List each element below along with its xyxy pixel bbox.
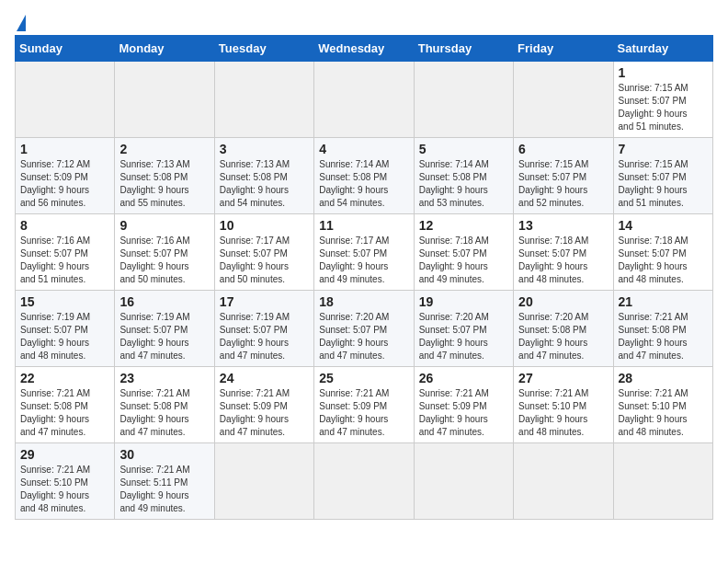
calendar-cell: [514, 62, 613, 138]
day-info: Sunrise: 7:20 AM Sunset: 5:07 PM Dayligh…: [319, 311, 408, 362]
calendar-cell: 10Sunrise: 7:17 AM Sunset: 5:07 PM Dayli…: [214, 214, 313, 291]
day-info: Sunrise: 7:17 AM Sunset: 5:07 PM Dayligh…: [220, 235, 309, 286]
calendar-cell: 25Sunrise: 7:21 AM Sunset: 5:09 PM Dayli…: [314, 367, 414, 443]
day-info: Sunrise: 7:19 AM Sunset: 5:07 PM Dayligh…: [220, 311, 309, 362]
day-info: Sunrise: 7:19 AM Sunset: 5:07 PM Dayligh…: [20, 311, 109, 362]
calendar-cell: 2Sunrise: 7:13 AM Sunset: 5:08 PM Daylig…: [115, 138, 214, 214]
calendar-cell: 1Sunrise: 7:12 AM Sunset: 5:09 PM Daylig…: [16, 138, 115, 214]
calendar-cell: 21Sunrise: 7:21 AM Sunset: 5:08 PM Dayli…: [613, 291, 712, 367]
day-number: 28: [619, 371, 708, 385]
day-number: 1: [619, 65, 708, 80]
day-info: Sunrise: 7:19 AM Sunset: 5:07 PM Dayligh…: [119, 311, 209, 362]
day-number: 24: [220, 371, 309, 385]
day-number: 9: [119, 218, 209, 233]
calendar-cell: 4Sunrise: 7:14 AM Sunset: 5:08 PM Daylig…: [314, 138, 414, 214]
day-number: 25: [319, 371, 408, 385]
calendar-header-sunday: Sunday: [16, 36, 115, 62]
calendar-cell: [214, 62, 313, 138]
day-info: Sunrise: 7:21 AM Sunset: 5:09 PM Dayligh…: [319, 387, 408, 439]
day-info: Sunrise: 7:15 AM Sunset: 5:07 PM Dayligh…: [619, 158, 708, 210]
logo-triangle-icon: [17, 15, 26, 31]
day-info: Sunrise: 7:20 AM Sunset: 5:08 PM Dayligh…: [518, 311, 608, 362]
calendar-cell: 20Sunrise: 7:20 AM Sunset: 5:08 PM Dayli…: [514, 291, 613, 367]
day-number: 22: [20, 371, 109, 385]
day-info: Sunrise: 7:21 AM Sunset: 5:10 PM Dayligh…: [518, 387, 608, 439]
calendar-cell: 11Sunrise: 7:17 AM Sunset: 5:07 PM Dayli…: [314, 214, 414, 291]
calendar-cell: 1Sunrise: 7:15 AM Sunset: 5:07 PM Daylig…: [613, 62, 712, 138]
calendar-cell: 19Sunrise: 7:20 AM Sunset: 5:07 PM Dayli…: [414, 291, 513, 367]
day-number: 15: [20, 294, 109, 309]
calendar-cell: 29Sunrise: 7:21 AM Sunset: 5:10 PM Dayli…: [16, 443, 115, 520]
day-info: Sunrise: 7:21 AM Sunset: 5:08 PM Dayligh…: [619, 311, 708, 362]
calendar-cell: 28Sunrise: 7:21 AM Sunset: 5:10 PM Dayli…: [613, 367, 712, 443]
calendar-cell: 30Sunrise: 7:21 AM Sunset: 5:11 PM Dayli…: [115, 443, 214, 520]
day-info: Sunrise: 7:12 AM Sunset: 5:09 PM Dayligh…: [20, 158, 109, 210]
calendar-header-wednesday: Wednesday: [314, 36, 414, 62]
calendar-table: SundayMondayTuesdayWednesdayThursdayFrid…: [15, 35, 713, 520]
day-number: 30: [119, 447, 209, 462]
page-header: [15, 15, 713, 28]
calendar-week-row: 1Sunrise: 7:12 AM Sunset: 5:09 PM Daylig…: [16, 138, 713, 214]
calendar-header-saturday: Saturday: [613, 36, 712, 62]
calendar-cell: 26Sunrise: 7:21 AM Sunset: 5:09 PM Dayli…: [414, 367, 513, 443]
day-number: 3: [220, 142, 309, 156]
day-number: 11: [319, 218, 408, 233]
calendar-header-thursday: Thursday: [414, 36, 513, 62]
calendar-cell: 14Sunrise: 7:18 AM Sunset: 5:07 PM Dayli…: [613, 214, 712, 291]
calendar-header-row: SundayMondayTuesdayWednesdayThursdayFrid…: [16, 36, 713, 62]
day-number: 14: [619, 218, 708, 233]
day-number: 16: [119, 294, 209, 309]
day-number: 5: [419, 142, 508, 156]
day-number: 10: [220, 218, 309, 233]
day-info: Sunrise: 7:20 AM Sunset: 5:07 PM Dayligh…: [419, 311, 508, 362]
day-info: Sunrise: 7:18 AM Sunset: 5:07 PM Dayligh…: [619, 235, 708, 286]
day-number: 20: [518, 294, 608, 309]
calendar-cell: 9Sunrise: 7:16 AM Sunset: 5:07 PM Daylig…: [115, 214, 214, 291]
day-number: 23: [119, 371, 209, 385]
day-info: Sunrise: 7:14 AM Sunset: 5:08 PM Dayligh…: [319, 158, 408, 210]
day-number: 26: [419, 371, 508, 385]
day-info: Sunrise: 7:21 AM Sunset: 5:10 PM Dayligh…: [20, 464, 109, 515]
day-info: Sunrise: 7:18 AM Sunset: 5:07 PM Dayligh…: [419, 235, 508, 286]
day-number: 2: [119, 142, 209, 156]
calendar-cell: 23Sunrise: 7:21 AM Sunset: 5:08 PM Dayli…: [115, 367, 214, 443]
day-info: Sunrise: 7:15 AM Sunset: 5:07 PM Dayligh…: [518, 158, 608, 210]
day-number: 13: [518, 218, 608, 233]
day-number: 1: [20, 142, 109, 156]
day-number: 19: [419, 294, 508, 309]
day-info: Sunrise: 7:18 AM Sunset: 5:07 PM Dayligh…: [518, 235, 608, 286]
calendar-week-row: 15Sunrise: 7:19 AM Sunset: 5:07 PM Dayli…: [16, 291, 713, 367]
calendar-week-row: 1Sunrise: 7:15 AM Sunset: 5:07 PM Daylig…: [16, 62, 713, 138]
day-number: 6: [518, 142, 608, 156]
calendar-cell: 18Sunrise: 7:20 AM Sunset: 5:07 PM Dayli…: [314, 291, 414, 367]
day-info: Sunrise: 7:21 AM Sunset: 5:08 PM Dayligh…: [119, 387, 209, 439]
day-number: 4: [319, 142, 408, 156]
calendar-cell: [314, 62, 414, 138]
calendar-cell: [16, 62, 115, 138]
logo: [15, 15, 26, 28]
day-number: 21: [619, 294, 708, 309]
calendar-cell: 8Sunrise: 7:16 AM Sunset: 5:07 PM Daylig…: [16, 214, 115, 291]
calendar-header-monday: Monday: [115, 36, 214, 62]
day-info: Sunrise: 7:21 AM Sunset: 5:11 PM Dayligh…: [119, 464, 209, 515]
calendar-week-row: 29Sunrise: 7:21 AM Sunset: 5:10 PM Dayli…: [16, 443, 713, 520]
day-info: Sunrise: 7:13 AM Sunset: 5:08 PM Dayligh…: [119, 158, 209, 210]
calendar-cell: 27Sunrise: 7:21 AM Sunset: 5:10 PM Dayli…: [514, 367, 613, 443]
day-info: Sunrise: 7:16 AM Sunset: 5:07 PM Dayligh…: [119, 235, 209, 286]
day-info: Sunrise: 7:21 AM Sunset: 5:08 PM Dayligh…: [20, 387, 109, 439]
calendar-cell: [115, 62, 214, 138]
day-info: Sunrise: 7:16 AM Sunset: 5:07 PM Dayligh…: [20, 235, 109, 286]
calendar-cell: 22Sunrise: 7:21 AM Sunset: 5:08 PM Dayli…: [16, 367, 115, 443]
day-info: Sunrise: 7:15 AM Sunset: 5:07 PM Dayligh…: [619, 82, 708, 133]
calendar-cell: 17Sunrise: 7:19 AM Sunset: 5:07 PM Dayli…: [214, 291, 313, 367]
calendar-cell: 24Sunrise: 7:21 AM Sunset: 5:09 PM Dayli…: [214, 367, 313, 443]
day-number: 17: [220, 294, 309, 309]
calendar-cell: [414, 443, 513, 520]
calendar-cell: 13Sunrise: 7:18 AM Sunset: 5:07 PM Dayli…: [514, 214, 613, 291]
calendar-cell: 3Sunrise: 7:13 AM Sunset: 5:08 PM Daylig…: [214, 138, 313, 214]
day-info: Sunrise: 7:21 AM Sunset: 5:09 PM Dayligh…: [419, 387, 508, 439]
day-number: 18: [319, 294, 408, 309]
calendar-cell: 15Sunrise: 7:19 AM Sunset: 5:07 PM Dayli…: [16, 291, 115, 367]
calendar-cell: [314, 443, 414, 520]
calendar-cell: [414, 62, 513, 138]
